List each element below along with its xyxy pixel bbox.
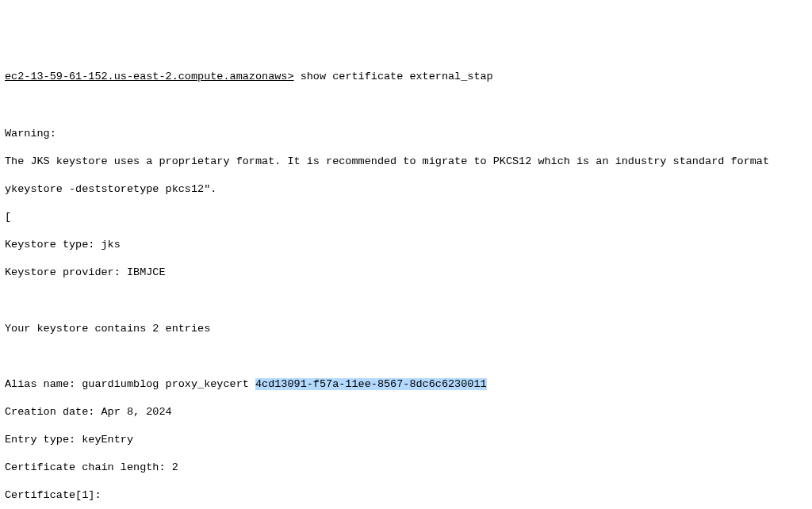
- blank-line: [5, 293, 807, 308]
- bracket-line: [: [5, 210, 807, 224]
- shell-prompt: ec2-13-59-61-152.us-east-2.compute.amazo…: [5, 71, 294, 82]
- warning-text: The JKS keystore uses a proprietary form…: [5, 155, 807, 169]
- keystore-type: Keystore type: jks: [5, 238, 807, 252]
- blank-line: [5, 350, 807, 364]
- warning-label: Warning:: [5, 127, 807, 141]
- command-text: show certificate external_stap: [301, 71, 493, 82]
- creation-date: Creation date: Apr 8, 2024: [5, 405, 807, 419]
- prompt-line: ec2-13-59-61-152.us-east-2.compute.amazo…: [5, 70, 807, 84]
- terminal-output[interactable]: ec2-13-59-61-152.us-east-2.compute.amazo…: [0, 55, 812, 509]
- cert1-header: Certificate[1]:: [5, 488, 807, 503]
- alias-name-line: Alias name: guardiumblog proxy_keycert 4…: [5, 377, 807, 392]
- entry-type: Entry type: keyEntry: [5, 433, 807, 447]
- alias-uuid-highlighted: 4cd13091-f57a-11ee-8567-8dc6c6230011: [255, 378, 487, 390]
- keystore-provider: Keystore provider: IBMJCE: [5, 266, 807, 280]
- alias-prefix: Alias name: guardiumblog proxy_keycert: [5, 378, 255, 390]
- chain-length: Certificate chain length: 2: [5, 461, 807, 475]
- blank-line: [5, 99, 807, 113]
- entries-count: Your keystore contains 2 entries: [5, 322, 807, 336]
- warning-text-2: ykeystore -deststoretype pkcs12".: [5, 182, 807, 197]
